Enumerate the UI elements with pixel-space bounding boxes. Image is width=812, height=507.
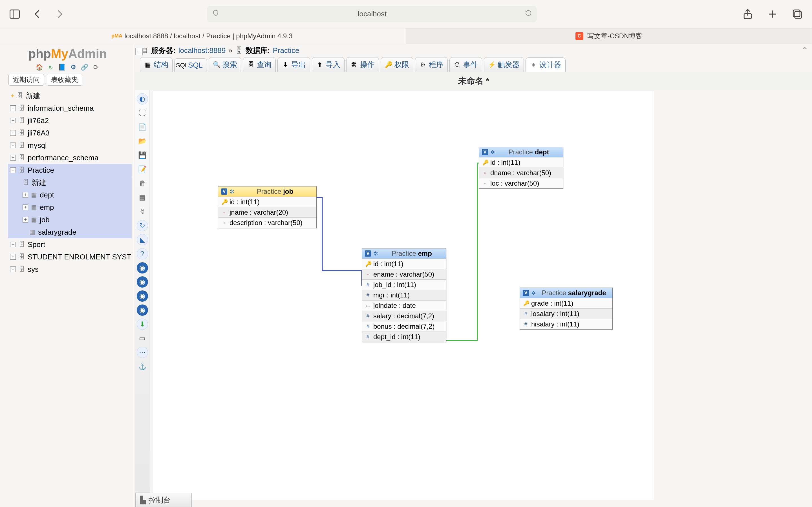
table-node[interactable]: +▦emp bbox=[22, 201, 132, 214]
column-row[interactable]: #bonus : decimal(7,2) bbox=[362, 321, 446, 332]
visibility-toggle-icon[interactable]: V bbox=[482, 149, 488, 155]
home-icon[interactable]: 🏠 bbox=[35, 63, 44, 71]
table-list-icon[interactable]: ▤ bbox=[137, 192, 148, 203]
expand-icon[interactable]: + bbox=[22, 217, 28, 223]
expand-icon[interactable]: + bbox=[10, 155, 16, 161]
expand-icon[interactable]: + bbox=[10, 254, 16, 260]
db-node-practice[interactable]: −🗄Practice bbox=[8, 164, 132, 176]
reload-canvas-icon[interactable]: ↻ bbox=[137, 220, 148, 231]
sidebar-toggle-icon[interactable] bbox=[8, 8, 21, 20]
main-tab-designer[interactable]: ⌖设计器 bbox=[525, 57, 566, 72]
save-page-icon[interactable]: 💾 bbox=[137, 150, 148, 161]
url-bar[interactable]: localhost bbox=[207, 6, 537, 22]
recent-tab[interactable]: 近期访问 bbox=[8, 74, 44, 86]
reload-nav-icon[interactable]: ⟳ bbox=[92, 63, 100, 71]
fullscreen-icon[interactable]: ⛶ bbox=[137, 107, 148, 119]
db-node[interactable]: +🗄Sport bbox=[10, 238, 132, 251]
main-tab-operations[interactable]: 🛠操作 bbox=[346, 57, 379, 72]
browser-tab-pma[interactable]: pMA localhost:8888 / localhost / Practic… bbox=[0, 28, 406, 44]
table-node[interactable]: +▦dept bbox=[22, 189, 132, 201]
nav-new-db[interactable]: ✦ 🗄 新建 bbox=[10, 90, 132, 102]
expand-icon[interactable]: + bbox=[10, 105, 16, 111]
move-tool-icon[interactable]: ▭ bbox=[137, 333, 148, 344]
column-row[interactable]: ◦dname : varchar(50) bbox=[479, 168, 563, 178]
nav-collapse-handle[interactable]: ← bbox=[135, 48, 143, 55]
logout-icon[interactable]: ⎋ bbox=[47, 63, 55, 71]
visibility-toggle-icon[interactable]: V bbox=[365, 250, 371, 257]
favorites-tab[interactable]: 表收藏夹 bbox=[47, 74, 82, 86]
main-tab-routines[interactable]: ⚙程序 bbox=[415, 57, 448, 72]
db-node[interactable]: +🗄STUDENT ENROLMENT SYST bbox=[10, 251, 132, 263]
table-header[interactable]: V✲Practice salarygrade bbox=[520, 288, 612, 298]
db-node[interactable]: +🗄jli76A3 bbox=[10, 127, 132, 139]
delete-page-icon[interactable]: 🗑 bbox=[137, 178, 148, 189]
browser-tab-csdn[interactable]: C 写文章-CSDN博客 bbox=[406, 28, 812, 44]
table-job[interactable]: V✲Practice job🔑id : int(11)◦jname : varc… bbox=[218, 186, 317, 228]
table-node[interactable]: ▦salarygrade bbox=[22, 226, 132, 238]
designer-canvas[interactable]: V✲Practice job🔑id : int(11)◦jname : varc… bbox=[153, 90, 654, 500]
table-gear-icon[interactable]: ✲ bbox=[373, 250, 378, 257]
column-row[interactable]: #dept_id : int(11) bbox=[362, 332, 446, 342]
expand-icon[interactable]: + bbox=[10, 130, 16, 136]
save-as-icon[interactable]: 📝 bbox=[137, 164, 148, 175]
main-tab-sql[interactable]: SQLSQL bbox=[174, 58, 207, 72]
docs-icon[interactable]: 📘 bbox=[58, 63, 66, 71]
column-row[interactable]: #mgr : int(11) bbox=[362, 290, 446, 300]
column-row[interactable]: #losalary : int(11) bbox=[520, 308, 612, 319]
column-row[interactable]: ◦description : varchar(50) bbox=[218, 217, 316, 228]
link-icon[interactable]: 🔗 bbox=[80, 63, 89, 71]
main-tab-import[interactable]: ⬆导入 bbox=[312, 57, 345, 72]
column-row[interactable]: 🔑id : int(11) bbox=[218, 196, 316, 207]
new-page-icon[interactable]: 📄 bbox=[137, 121, 148, 133]
tabs-overview-icon[interactable] bbox=[791, 8, 804, 20]
relation-icon[interactable]: ↯ bbox=[137, 206, 148, 217]
privacy-shield-icon[interactable] bbox=[212, 9, 219, 18]
db-node[interactable]: +🗄information_schema bbox=[10, 102, 132, 114]
expand-icon[interactable]: + bbox=[10, 143, 16, 148]
column-row[interactable]: 🔑id : int(11) bbox=[479, 157, 563, 168]
db-node[interactable]: +🗄jli76a2 bbox=[10, 114, 132, 127]
main-tab-triggers[interactable]: ⚡触发器 bbox=[484, 57, 524, 72]
column-row[interactable]: ◦ename : varchar(50) bbox=[362, 269, 446, 279]
export-schema-icon[interactable]: ⬇ bbox=[137, 319, 148, 330]
expand-icon[interactable]: + bbox=[22, 192, 28, 198]
collapse-icon[interactable]: − bbox=[10, 167, 16, 173]
nav-back-icon[interactable] bbox=[31, 8, 43, 20]
table-node[interactable]: +▦job bbox=[22, 214, 132, 226]
column-row[interactable]: 🔑grade : int(11) bbox=[520, 298, 612, 308]
small-all-icon[interactable]: ◉ bbox=[137, 290, 148, 302]
column-row[interactable]: #salary : decimal(7,2) bbox=[362, 311, 446, 321]
help-icon[interactable]: ? bbox=[137, 248, 148, 260]
open-page-icon[interactable]: 📂 bbox=[137, 135, 148, 147]
column-row[interactable]: ▭joindate : date bbox=[362, 300, 446, 311]
db-node[interactable]: +🗄sys bbox=[10, 263, 132, 276]
table-header[interactable]: V✲Practice dept bbox=[479, 147, 563, 157]
table-header[interactable]: V✲Practice job bbox=[218, 186, 316, 196]
column-row[interactable]: ◦jname : varchar(20) bbox=[218, 207, 316, 217]
table-dept[interactable]: V✲Practice dept🔑id : int(11)◦dname : var… bbox=[479, 147, 563, 189]
console-toggle[interactable]: ▙ 控制台 bbox=[135, 493, 192, 507]
db-node[interactable]: +🗄performance_schema bbox=[10, 152, 132, 164]
reload-icon[interactable] bbox=[525, 10, 532, 18]
main-tab-export[interactable]: ⬇导出 bbox=[277, 57, 310, 72]
table-header[interactable]: V✲Practice emp bbox=[362, 248, 446, 259]
main-tab-query[interactable]: 🗄查询 bbox=[243, 57, 276, 72]
column-row[interactable]: ◦loc : varchar(50) bbox=[479, 178, 563, 188]
nav-forward-icon[interactable] bbox=[54, 8, 66, 20]
breadcrumb-server[interactable]: localhost:8889 bbox=[179, 46, 226, 55]
hide-top-icon[interactable]: ⌃ bbox=[802, 46, 808, 55]
expand-icon[interactable]: + bbox=[10, 267, 16, 272]
main-tab-events[interactable]: ⏱事件 bbox=[449, 57, 482, 72]
expand-icon[interactable]: + bbox=[22, 205, 28, 210]
nav-settings-icon[interactable]: ⚙ bbox=[69, 63, 78, 71]
main-tab-privileges[interactable]: 🔑权限 bbox=[380, 57, 413, 72]
table-gear-icon[interactable]: ✲ bbox=[490, 149, 495, 156]
share-icon[interactable] bbox=[742, 8, 754, 20]
column-row[interactable]: #hisalary : int(11) bbox=[520, 319, 612, 329]
nav-new-table[interactable]: 🗄新建 bbox=[22, 176, 132, 189]
pma-logo[interactable]: phpMyAdmin bbox=[0, 44, 135, 62]
table-gear-icon[interactable]: ✲ bbox=[230, 188, 234, 195]
main-tab-structure[interactable]: ▦结构 bbox=[140, 57, 172, 72]
expand-icon[interactable]: + bbox=[10, 118, 16, 123]
expand-icon[interactable]: + bbox=[10, 242, 16, 247]
